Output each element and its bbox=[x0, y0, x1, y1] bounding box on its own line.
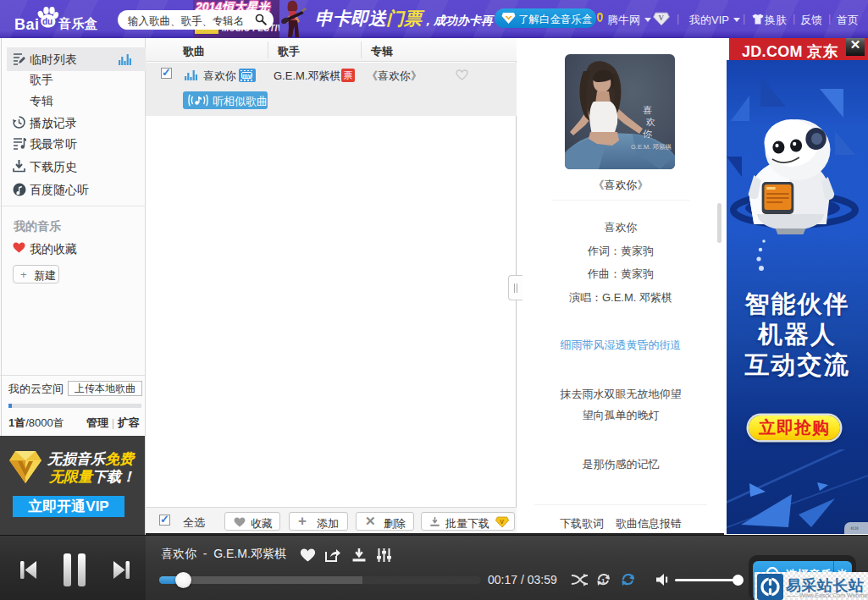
svg-text:喜: 喜 bbox=[643, 105, 652, 115]
svg-text:欢: 欢 bbox=[645, 117, 655, 127]
svg-text:1: 1 bbox=[601, 577, 605, 585]
svg-text:G.E.M. 邓紫棋: G.E.M. 邓紫棋 bbox=[631, 143, 672, 151]
svg-text:V: V bbox=[659, 14, 665, 22]
svg-text:你: 你 bbox=[643, 129, 652, 139]
svg-text:V: V bbox=[500, 518, 504, 526]
svg-text:du: du bbox=[42, 17, 53, 26]
